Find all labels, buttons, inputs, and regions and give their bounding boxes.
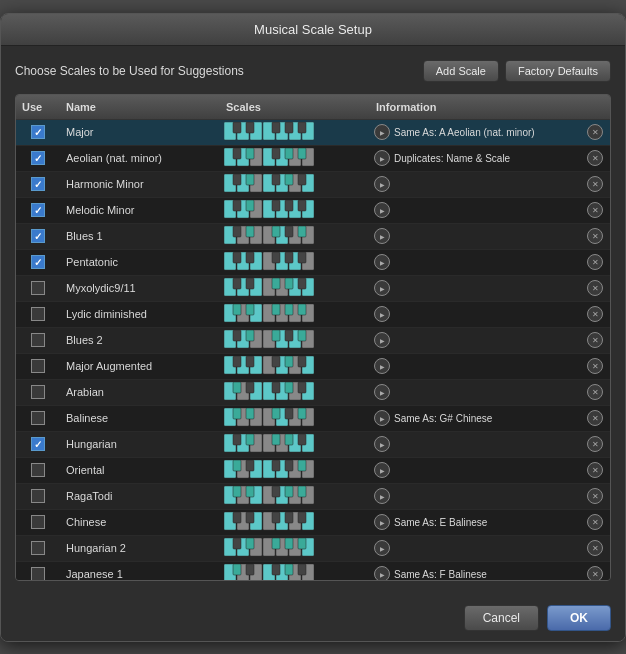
- svg-rect-70: [285, 252, 293, 263]
- svg-rect-212: [246, 564, 254, 575]
- delete-button[interactable]: [587, 358, 603, 374]
- table-row[interactable]: Harmonic Minor: [16, 172, 610, 198]
- svg-rect-130: [285, 382, 293, 393]
- play-button[interactable]: [374, 410, 390, 426]
- scale-name: Pentatonic: [60, 254, 220, 270]
- table-row[interactable]: MajorSame As: A Aeolian (nat. minor): [16, 120, 610, 146]
- table-row[interactable]: Hungarian 2: [16, 536, 610, 562]
- scale-table: Use Name Scales Information MajorSame As…: [15, 94, 611, 581]
- use-checkbox[interactable]: [31, 177, 45, 191]
- play-button[interactable]: [374, 150, 390, 166]
- svg-rect-116: [246, 356, 254, 367]
- table-row[interactable]: RagaTodi: [16, 484, 610, 510]
- svg-rect-154: [285, 434, 293, 445]
- use-checkbox[interactable]: [31, 125, 45, 139]
- play-button[interactable]: [374, 306, 390, 322]
- table-row[interactable]: BalineseSame As: G# Chinese: [16, 406, 610, 432]
- delete-button[interactable]: [587, 332, 603, 348]
- use-checkbox[interactable]: [31, 489, 45, 503]
- play-button[interactable]: [374, 124, 390, 140]
- table-row[interactable]: Lydic diminished: [16, 302, 610, 328]
- play-button[interactable]: [374, 462, 390, 478]
- table-row[interactable]: ChineseSame As: E Balinese: [16, 510, 610, 536]
- delete-button[interactable]: [587, 202, 603, 218]
- table-row[interactable]: Melodic Minor: [16, 198, 610, 224]
- delete-button[interactable]: [587, 462, 603, 478]
- use-checkbox[interactable]: [31, 385, 45, 399]
- delete-button[interactable]: [587, 228, 603, 244]
- cancel-button[interactable]: Cancel: [464, 605, 539, 631]
- delete-button[interactable]: [587, 488, 603, 504]
- use-checkbox[interactable]: [31, 203, 45, 217]
- use-checkbox[interactable]: [31, 229, 45, 243]
- factory-defaults-button[interactable]: Factory Defaults: [505, 60, 611, 82]
- play-button[interactable]: [374, 280, 390, 296]
- scale-visual: [220, 250, 370, 274]
- add-scale-button[interactable]: Add Scale: [423, 60, 499, 82]
- play-button[interactable]: [374, 436, 390, 452]
- table-row[interactable]: Aeolian (nat. minor)Duplicates: Name & S…: [16, 146, 610, 172]
- use-checkbox[interactable]: [31, 567, 45, 580]
- play-button[interactable]: [374, 202, 390, 218]
- use-checkbox[interactable]: [31, 333, 45, 347]
- svg-rect-46: [285, 200, 293, 211]
- use-checkbox[interactable]: [31, 281, 45, 295]
- delete-button[interactable]: [587, 280, 603, 296]
- delete-button[interactable]: [587, 176, 603, 192]
- play-button[interactable]: [374, 176, 390, 192]
- use-checkbox[interactable]: [31, 411, 45, 425]
- delete-button[interactable]: [587, 514, 603, 530]
- play-button[interactable]: [374, 514, 390, 530]
- delete-button[interactable]: [587, 384, 603, 400]
- use-checkbox[interactable]: [31, 307, 45, 321]
- delete-button[interactable]: [587, 566, 603, 580]
- use-checkbox[interactable]: [31, 541, 45, 555]
- svg-rect-91: [233, 304, 241, 315]
- table-row[interactable]: Myxolydic9/11: [16, 276, 610, 302]
- play-button[interactable]: [374, 566, 390, 580]
- play-button[interactable]: [374, 540, 390, 556]
- table-row[interactable]: Oriental: [16, 458, 610, 484]
- table-row[interactable]: Blues 2: [16, 328, 610, 354]
- use-checkbox[interactable]: [31, 437, 45, 451]
- svg-rect-83: [298, 278, 306, 289]
- play-button[interactable]: [374, 488, 390, 504]
- scale-info: Same As: E Balinese: [370, 514, 580, 530]
- table-row[interactable]: Hungarian: [16, 432, 610, 458]
- use-checkbox[interactable]: [31, 151, 45, 165]
- svg-rect-43: [233, 200, 241, 211]
- delete-button[interactable]: [587, 306, 603, 322]
- svg-rect-69: [272, 252, 280, 263]
- play-button[interactable]: [374, 384, 390, 400]
- use-checkbox[interactable]: [31, 515, 45, 529]
- use-checkbox[interactable]: [31, 463, 45, 477]
- scale-name: Hungarian: [60, 436, 220, 452]
- delete-button[interactable]: [587, 254, 603, 270]
- scale-info: [370, 176, 580, 192]
- delete-button[interactable]: [587, 410, 603, 426]
- scale-info: Same As: F Balinese: [370, 566, 580, 580]
- svg-rect-107: [298, 330, 306, 341]
- play-button[interactable]: [374, 254, 390, 270]
- delete-button[interactable]: [587, 150, 603, 166]
- svg-rect-117: [272, 356, 280, 367]
- table-row[interactable]: Blues 1: [16, 224, 610, 250]
- delete-cell: [580, 538, 610, 558]
- use-checkbox[interactable]: [31, 359, 45, 373]
- table-row[interactable]: Japanese 1Same As: F Balinese: [16, 562, 610, 580]
- table-row[interactable]: Arabian: [16, 380, 610, 406]
- play-button[interactable]: [374, 358, 390, 374]
- col-del: [580, 99, 610, 115]
- ok-button[interactable]: OK: [547, 605, 611, 631]
- scale-name: Myxolydic9/11: [60, 280, 220, 296]
- use-checkbox[interactable]: [31, 255, 45, 269]
- table-row[interactable]: Major Augmented: [16, 354, 610, 380]
- delete-button[interactable]: [587, 124, 603, 140]
- scale-visual: [220, 510, 370, 534]
- play-button[interactable]: [374, 228, 390, 244]
- delete-button[interactable]: [587, 436, 603, 452]
- delete-button[interactable]: [587, 540, 603, 556]
- col-scales: Scales: [220, 99, 370, 115]
- play-button[interactable]: [374, 332, 390, 348]
- table-row[interactable]: Pentatonic: [16, 250, 610, 276]
